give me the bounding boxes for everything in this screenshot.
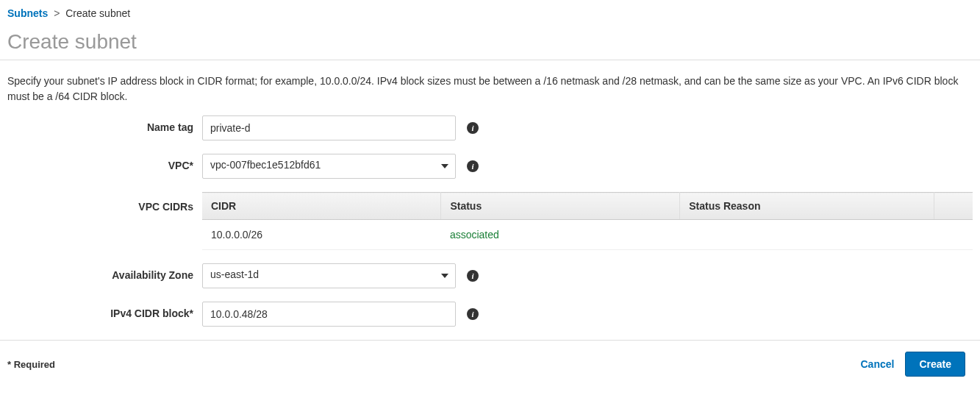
table-row: 10.0.0.0/26 associated — [202, 220, 973, 250]
info-icon[interactable]: i — [467, 270, 479, 282]
required-note: * Required — [7, 359, 55, 370]
create-button[interactable]: Create — [905, 352, 965, 377]
label-vpc-cidrs: VPC CIDRs — [7, 192, 202, 250]
label-availability-zone: Availability Zone — [7, 263, 202, 281]
vpc-select[interactable]: vpc-007fbec1e512bfd61 — [202, 154, 456, 179]
col-header-cidr[interactable]: CIDR — [202, 193, 441, 220]
info-icon[interactable]: i — [467, 122, 479, 134]
col-header-spacer — [934, 193, 973, 220]
cell-status: associated — [441, 220, 680, 250]
col-header-reason[interactable]: Status Reason — [680, 193, 934, 220]
breadcrumb-current: Create subnet — [65, 7, 130, 19]
cancel-button[interactable]: Cancel — [860, 358, 894, 370]
cell-cidr: 10.0.0.0/26 — [202, 220, 441, 250]
info-icon[interactable]: i — [467, 308, 479, 320]
breadcrumb-parent-link[interactable]: Subnets — [7, 7, 48, 19]
form-area: Name tag i VPC* vpc-007fbec1e512bfd61 i … — [0, 115, 980, 327]
footer-buttons: Cancel Create — [860, 352, 965, 377]
vpc-cidrs-table: CIDR Status Status Reason 10.0.0.0/26 as… — [202, 192, 973, 250]
row-vpc: VPC* vpc-007fbec1e512bfd61 i — [7, 154, 973, 179]
label-name-tag: Name tag — [7, 115, 202, 133]
info-icon[interactable]: i — [467, 160, 479, 172]
cell-spacer — [934, 220, 973, 250]
page-title: Create subnet — [0, 23, 980, 60]
cell-reason — [680, 220, 934, 250]
row-vpc-cidrs: VPC CIDRs CIDR Status Status Reason 10.0… — [7, 192, 973, 250]
breadcrumb-separator: > — [54, 7, 60, 19]
row-name-tag: Name tag i — [7, 115, 973, 140]
footer: * Required Cancel Create — [0, 340, 980, 388]
page-description: Specify your subnet's IP address block i… — [0, 60, 980, 115]
row-availability-zone: Availability Zone us-east-1d i — [7, 263, 973, 288]
name-tag-input[interactable] — [202, 115, 456, 140]
col-header-status[interactable]: Status — [441, 193, 680, 220]
availability-zone-select[interactable]: us-east-1d — [202, 263, 456, 288]
row-ipv4-cidr: IPv4 CIDR block* i — [7, 302, 973, 327]
ipv4-cidr-input[interactable] — [202, 302, 456, 327]
breadcrumb: Subnets > Create subnet — [0, 0, 980, 23]
label-ipv4-cidr: IPv4 CIDR block* — [7, 302, 202, 319]
label-vpc: VPC* — [7, 154, 202, 171]
